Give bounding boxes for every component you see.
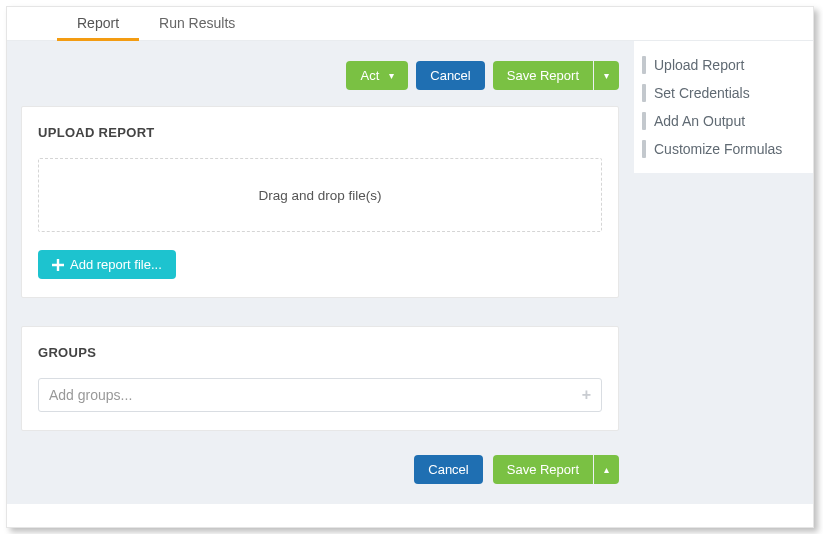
- save-report-split-bottom: Save Report ▴: [493, 455, 619, 484]
- sidebar-marker: [642, 56, 646, 74]
- sidebar-item-label: Customize Formulas: [654, 141, 782, 157]
- save-report-button-bottom[interactable]: Save Report: [493, 455, 593, 484]
- act-button[interactable]: Act ▾: [346, 61, 408, 90]
- plus-icon: [52, 259, 64, 271]
- act-label: Act: [360, 69, 379, 82]
- tab-bar: Report Run Results: [7, 7, 813, 41]
- sidebar-item-label: Add An Output: [654, 113, 745, 129]
- sidebar-item-set-credentials[interactable]: Set Credentials: [634, 79, 813, 107]
- sidebar: Upload Report Set Credentials Add An Out…: [633, 41, 813, 173]
- groups-title: GROUPS: [38, 345, 602, 360]
- dropzone-text: Drag and drop file(s): [258, 188, 381, 203]
- sidebar-marker: [642, 112, 646, 130]
- cancel-button[interactable]: Cancel: [416, 61, 484, 90]
- sidebar-item-label: Upload Report: [654, 57, 744, 73]
- plus-icon[interactable]: +: [582, 386, 591, 404]
- sidebar-item-customize-formulas[interactable]: Customize Formulas: [634, 135, 813, 163]
- chevron-down-icon: ▾: [604, 71, 609, 81]
- upload-report-card: UPLOAD REPORT Drag and drop file(s) Add …: [21, 106, 619, 298]
- groups-input[interactable]: Add groups... +: [38, 378, 602, 412]
- top-toolbar: Act ▾ Cancel Save Report ▾: [21, 41, 619, 106]
- sidebar-item-add-output[interactable]: Add An Output: [634, 107, 813, 135]
- save-report-caret-bottom[interactable]: ▴: [594, 455, 619, 484]
- sidebar-item-upload-report[interactable]: Upload Report: [634, 51, 813, 79]
- file-dropzone[interactable]: Drag and drop file(s): [38, 158, 602, 232]
- app-frame: Report Run Results Act ▾ Cancel Save Rep…: [6, 6, 814, 528]
- save-report-button[interactable]: Save Report: [493, 61, 593, 90]
- groups-placeholder: Add groups...: [49, 387, 132, 403]
- tab-run-results[interactable]: Run Results: [139, 7, 255, 40]
- save-report-caret[interactable]: ▾: [594, 61, 619, 90]
- sidebar-marker: [642, 84, 646, 102]
- upload-report-title: UPLOAD REPORT: [38, 125, 602, 140]
- chevron-up-icon: ▴: [604, 465, 609, 475]
- chevron-down-icon: ▾: [389, 71, 394, 81]
- body-row: Act ▾ Cancel Save Report ▾ UPLOAD REPORT…: [7, 41, 813, 504]
- bottom-toolbar: Cancel Save Report ▴: [21, 449, 619, 504]
- save-report-split: Save Report ▾: [493, 61, 619, 90]
- groups-card: GROUPS Add groups... +: [21, 326, 619, 431]
- add-report-file-button[interactable]: Add report file...: [38, 250, 176, 279]
- add-file-label: Add report file...: [70, 258, 162, 271]
- sidebar-item-label: Set Credentials: [654, 85, 750, 101]
- sidebar-marker: [642, 140, 646, 158]
- main-column: Act ▾ Cancel Save Report ▾ UPLOAD REPORT…: [7, 41, 633, 504]
- tab-report[interactable]: Report: [57, 7, 139, 40]
- cancel-button-bottom[interactable]: Cancel: [414, 455, 482, 484]
